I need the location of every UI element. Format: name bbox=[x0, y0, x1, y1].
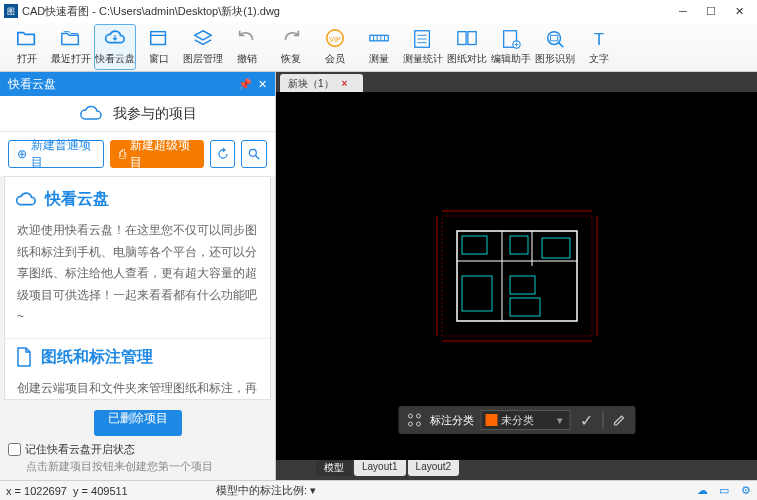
edit-icon[interactable] bbox=[609, 410, 629, 430]
svg-rect-33 bbox=[510, 298, 540, 316]
tool-measure[interactable]: 测量 bbox=[358, 24, 400, 70]
document-tab[interactable]: 新块（1） × bbox=[280, 74, 363, 92]
tool-edithelper[interactable]: 编辑助手 bbox=[490, 24, 532, 70]
panel-footer: 已删除项目 记住快看云盘开启状态 点击新建项目按钮来创建您第一个项目 bbox=[0, 404, 275, 480]
redo-icon bbox=[280, 28, 302, 50]
panel-close-icon[interactable]: ✕ bbox=[258, 78, 267, 91]
section-2-title: 图纸和标注管理 bbox=[5, 343, 270, 372]
panel-actions: ⊕ 新建普通项目 ⎙ 新建超级项目 bbox=[0, 132, 275, 176]
cloud-panel: 快看云盘 📌 ✕ 我参与的项目 ⊕ 新建普通项目 ⎙ 新建超级项目 bbox=[0, 72, 276, 480]
refresh-button[interactable] bbox=[210, 140, 236, 168]
layers-icon bbox=[192, 28, 214, 50]
section-1-body: 欢迎使用快看云盘！在这里您不仅可以同步图纸和标注到手机、电脑等各个平台，还可以分… bbox=[5, 214, 270, 334]
svg-line-18 bbox=[559, 42, 564, 47]
maximize-button[interactable]: ☐ bbox=[697, 1, 725, 21]
tool-open[interactable]: 打开 bbox=[6, 24, 48, 70]
tool-cloud[interactable]: 快看云盘 bbox=[94, 24, 136, 70]
status-cloud-icon[interactable]: ☁ bbox=[693, 483, 711, 499]
undo-icon bbox=[236, 28, 258, 50]
coordinates: x = 1022697 y = 409511 bbox=[0, 485, 210, 497]
layout-tab-layout2[interactable]: Layout2 bbox=[408, 460, 460, 476]
tool-recent[interactable]: 最近打开 bbox=[50, 24, 92, 70]
plus-icon: ⊕ bbox=[17, 147, 27, 161]
super-icon: ⎙ bbox=[119, 147, 126, 161]
refresh-icon bbox=[216, 147, 230, 161]
cloud-icon bbox=[79, 105, 103, 123]
search-icon bbox=[247, 147, 261, 161]
tool-window[interactable]: 窗口 bbox=[138, 24, 180, 70]
tool-compare[interactable]: 图纸对比 bbox=[446, 24, 488, 70]
tab-close-icon[interactable]: × bbox=[342, 78, 348, 89]
hint-text: 点击新建项目按钮来创建您第一个项目 bbox=[8, 459, 267, 474]
text-icon: T bbox=[588, 28, 610, 50]
window-icon bbox=[148, 28, 170, 50]
measurestat-icon bbox=[412, 28, 434, 50]
svg-point-40 bbox=[408, 422, 412, 426]
status-split-icon[interactable]: ▭ bbox=[715, 483, 733, 499]
tool-layers[interactable]: 图层管理 bbox=[182, 24, 224, 70]
annotation-filter-bar: 标注分类 未分类 ▾ ✓ bbox=[398, 406, 635, 434]
filter-label: 标注分类 bbox=[430, 413, 474, 428]
cloud-icon bbox=[104, 28, 126, 50]
viewport[interactable]: 标注分类 未分类 ▾ ✓ bbox=[276, 92, 757, 460]
svg-rect-4 bbox=[370, 35, 388, 41]
vip-icon: VIP bbox=[324, 28, 346, 50]
tool-recognize[interactable]: 图形识别 bbox=[534, 24, 576, 70]
window-title: CAD快速看图 - C:\Users\admin\Desktop\新块(1).d… bbox=[22, 4, 669, 19]
main-toolbar: 打开最近打开快看云盘窗口图层管理撤销恢复VIP会员测量测量统计图纸对比编辑助手图… bbox=[0, 22, 757, 72]
panel-title: 我参与的项目 bbox=[113, 105, 197, 123]
svg-point-17 bbox=[548, 31, 561, 44]
filter-check-icon[interactable]: ✓ bbox=[576, 410, 596, 430]
layout-tabs: 模型Layout1Layout2 bbox=[276, 460, 757, 480]
tool-redo[interactable]: 恢复 bbox=[270, 24, 312, 70]
section-1-title: 快看云盘 bbox=[5, 185, 270, 214]
panel-title-row: 我参与的项目 bbox=[0, 96, 275, 132]
tool-text[interactable]: T文字 bbox=[578, 24, 620, 70]
edithelper-icon bbox=[500, 28, 522, 50]
new-normal-project-button[interactable]: ⊕ 新建普通项目 bbox=[8, 140, 104, 168]
status-settings-icon[interactable]: ⚙ bbox=[737, 483, 755, 499]
tool-vip[interactable]: VIP会员 bbox=[314, 24, 356, 70]
tool-undo[interactable]: 撤销 bbox=[226, 24, 268, 70]
svg-rect-0 bbox=[151, 31, 166, 44]
svg-text:VIP: VIP bbox=[329, 34, 341, 43]
app-icon: 图 bbox=[4, 4, 18, 18]
svg-point-39 bbox=[416, 414, 420, 418]
document-tabs: 新块（1） × bbox=[276, 72, 757, 92]
svg-line-22 bbox=[256, 156, 260, 160]
close-button[interactable]: ✕ bbox=[725, 1, 753, 21]
svg-rect-28 bbox=[462, 236, 487, 254]
open-icon bbox=[16, 28, 38, 50]
tool-measurestat[interactable]: 测量统计 bbox=[402, 24, 444, 70]
compare-icon bbox=[456, 28, 478, 50]
svg-point-21 bbox=[249, 149, 256, 156]
minimize-button[interactable]: ─ bbox=[669, 1, 697, 21]
section-2-body: 创建云端项目和文件夹来管理图纸和标注，再也无需担心由于电脑损坏，文件误删等导致标… bbox=[5, 372, 270, 400]
svg-point-38 bbox=[408, 414, 412, 418]
statusbar: x = 1022697 y = 409511 模型中的标注比例: ▾ ☁ ▭ ⚙ bbox=[0, 480, 757, 500]
layout-tab-layout1[interactable]: Layout1 bbox=[354, 460, 406, 476]
measure-icon bbox=[368, 28, 390, 50]
svg-rect-32 bbox=[510, 276, 535, 294]
recognize-icon bbox=[544, 28, 566, 50]
chevron-down-icon: ▾ bbox=[557, 414, 563, 427]
panel-header: 快看云盘 📌 ✕ bbox=[0, 72, 275, 96]
recent-icon bbox=[60, 28, 82, 50]
panel-pin-icon[interactable]: 📌 bbox=[238, 78, 252, 91]
panel-header-title: 快看云盘 bbox=[8, 76, 56, 93]
grid-icon[interactable] bbox=[404, 410, 424, 430]
remember-state-checkbox[interactable]: 记住快看云盘开启状态 bbox=[8, 442, 267, 457]
filter-select[interactable]: 未分类 ▾ bbox=[480, 410, 570, 430]
doc-section-icon bbox=[15, 347, 33, 367]
search-button[interactable] bbox=[241, 140, 267, 168]
remember-state-input[interactable] bbox=[8, 443, 21, 456]
layout-tab-模型[interactable]: 模型 bbox=[316, 460, 352, 476]
new-super-project-button[interactable]: ⎙ 新建超级项目 bbox=[110, 140, 203, 168]
chevron-down-icon[interactable]: ▾ bbox=[310, 484, 316, 496]
color-swatch bbox=[485, 414, 497, 426]
drawing-canvas: 新块（1） × bbox=[276, 72, 757, 480]
svg-rect-30 bbox=[542, 238, 570, 258]
svg-rect-29 bbox=[510, 236, 528, 254]
deleted-projects-button[interactable]: 已删除项目 bbox=[94, 410, 182, 436]
floorplan-drawing bbox=[432, 206, 602, 346]
